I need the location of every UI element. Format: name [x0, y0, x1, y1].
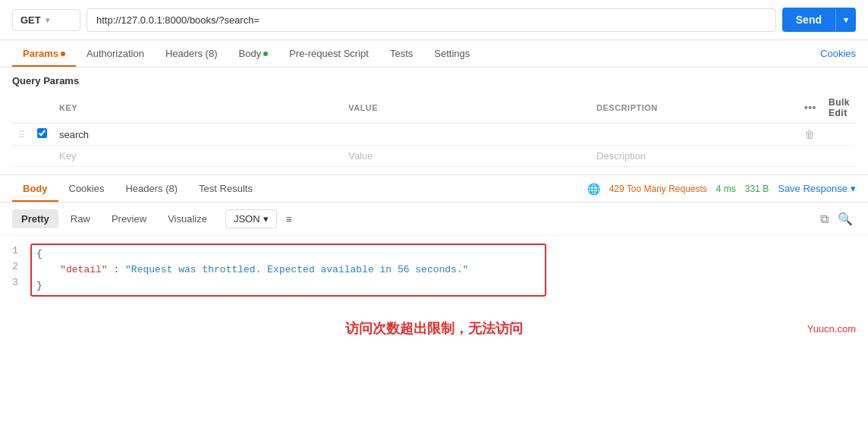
dots-icon: ••• — [804, 102, 816, 114]
format-type-selector[interactable]: JSON ▾ — [225, 209, 277, 228]
method-value: GET — [20, 14, 41, 26]
response-meta: 🌐 429 Too Many Requests 4 ms 331 B Save … — [587, 177, 856, 201]
send-dropdown-icon[interactable]: ▾ — [835, 9, 856, 31]
response-tab-body[interactable]: Body — [12, 175, 58, 202]
request-tabs: Params Authorization Headers (8) Body Pr… — [0, 40, 868, 68]
response-tabs: Body Cookies Headers (8) Test Results 🌐 … — [0, 175, 868, 203]
placeholder-description: Description — [596, 150, 646, 162]
key-cell[interactable]: search — [53, 124, 342, 146]
col-actions-header: ••• — [798, 93, 822, 124]
tab-tests[interactable]: Tests — [379, 40, 423, 67]
col-key-header: KEY — [53, 93, 342, 124]
col-drag-header — [31, 93, 53, 124]
send-label: Send — [782, 8, 835, 32]
line-number-1: 1 — [12, 243, 18, 259]
tab-headers[interactable]: Headers (8) — [155, 40, 228, 67]
line-number-3: 3 — [12, 275, 18, 291]
params-table: KEY VALUE DESCRIPTION ••• Bulk Edit ⠿ — [12, 93, 856, 167]
placeholder-row: Key Value Description — [12, 146, 856, 167]
body-dot — [263, 52, 268, 56]
method-selector[interactable]: GET ▾ — [12, 9, 80, 31]
watermark-text: 访问次数超出限制，无法访问 — [345, 319, 523, 338]
format-type-chevron-icon: ▾ — [263, 213, 269, 225]
tab-prerequest[interactable]: Pre-request Script — [278, 40, 379, 67]
table-row: ⠿ search 🗑 — [12, 124, 856, 146]
line-number-2: 2 — [12, 259, 18, 275]
query-params-section: Query Params KEY VALUE DESCRIPTION ••• B… — [0, 68, 868, 167]
line-numbers: 1 2 3 — [12, 243, 30, 297]
format-type-label: JSON — [234, 213, 260, 225]
size-badge: 331 B — [745, 184, 769, 194]
save-response-chevron-icon: ▾ — [851, 183, 856, 194]
placeholder-desc-cell[interactable]: Description — [590, 146, 798, 167]
col-desc-header: DESCRIPTION — [590, 93, 798, 124]
brace-open: { — [36, 248, 42, 259]
key-detail: "detail" — [36, 264, 108, 275]
param-key-value: search — [59, 129, 89, 140]
format-tabs-row: Pretty Raw Preview Visualize JSON ▾ ≡ ⧉ … — [0, 203, 868, 236]
response-tab-headers[interactable]: Headers (8) — [115, 175, 188, 202]
method-chevron-icon: ▾ — [46, 16, 49, 24]
tab-authorization[interactable]: Authorization — [76, 40, 155, 67]
tab-body[interactable]: Body — [228, 40, 279, 67]
send-button[interactable]: Send ▾ — [782, 8, 856, 32]
time-badge: 4 ms — [716, 184, 736, 194]
param-checkbox[interactable] — [37, 128, 47, 138]
brand-watermark: Yuucn.com — [807, 323, 856, 335]
response-tab-cookies[interactable]: Cookies — [58, 175, 115, 202]
url-input[interactable] — [86, 8, 776, 32]
checkbox-cell — [31, 124, 53, 146]
placeholder-key-cell[interactable]: Key — [53, 146, 342, 167]
fmt-tab-raw[interactable]: Raw — [61, 209, 99, 228]
actions-cell: 🗑 — [798, 124, 822, 146]
code-line-3: } — [36, 278, 540, 294]
value-cell[interactable] — [342, 124, 590, 146]
code-line-1: { — [36, 247, 540, 262]
globe-icon: 🌐 — [587, 183, 600, 195]
fmt-tab-preview[interactable]: Preview — [102, 209, 156, 228]
cookies-link[interactable]: Cookies — [820, 40, 856, 67]
filter-icon[interactable]: ≡ — [286, 213, 292, 225]
tab-params[interactable]: Params — [12, 40, 76, 67]
drag-cell: ⠿ — [12, 124, 31, 146]
placeholder-value: Value — [348, 150, 373, 162]
params-dot — [61, 52, 65, 56]
fmt-tab-visualize[interactable]: Visualize — [159, 209, 216, 228]
value-detail: "Request was throttled. Expected availab… — [125, 264, 468, 275]
delete-row-icon[interactable]: 🗑 — [804, 128, 815, 140]
save-response-button[interactable]: Save Response ▾ — [778, 183, 856, 194]
brace-close: } — [36, 280, 42, 291]
copy-icon[interactable]: ⧉ — [817, 209, 832, 229]
watermark-row: 访问次数超出限制，无法访问 Yuucn.com — [0, 304, 868, 344]
code-view: 1 2 3 { "detail" : "Request was throttle… — [0, 236, 868, 304]
code-block: { "detail" : "Request was throttled. Exp… — [30, 243, 546, 297]
bulk-edit-label: Bulk Edit — [829, 97, 850, 118]
description-cell[interactable] — [590, 124, 798, 146]
url-bar: GET ▾ Send ▾ — [0, 0, 868, 40]
query-params-label: Query Params — [12, 75, 856, 86]
response-tab-test-results[interactable]: Test Results — [188, 175, 263, 202]
placeholder-value-cell[interactable]: Value — [342, 146, 590, 167]
status-badge: 429 Too Many Requests — [609, 184, 707, 194]
search-icon[interactable]: 🔍 — [835, 209, 856, 229]
placeholder-key: Key — [59, 150, 76, 162]
drag-handle-icon[interactable]: ⠿ — [18, 130, 25, 140]
response-section: Body Cookies Headers (8) Test Results 🌐 … — [0, 175, 868, 344]
col-value-header: VALUE — [342, 93, 590, 124]
fmt-tab-pretty[interactable]: Pretty — [12, 209, 58, 228]
col-check-header — [12, 93, 31, 124]
code-lines: 1 2 3 { "detail" : "Request was throttle… — [12, 243, 856, 297]
code-content: { "detail" : "Request was throttled. Exp… — [30, 243, 856, 297]
col-bulk-header: Bulk Edit — [822, 93, 856, 124]
tab-settings[interactable]: Settings — [423, 40, 480, 67]
code-line-2: "detail" : "Request was throttled. Expec… — [36, 262, 540, 278]
